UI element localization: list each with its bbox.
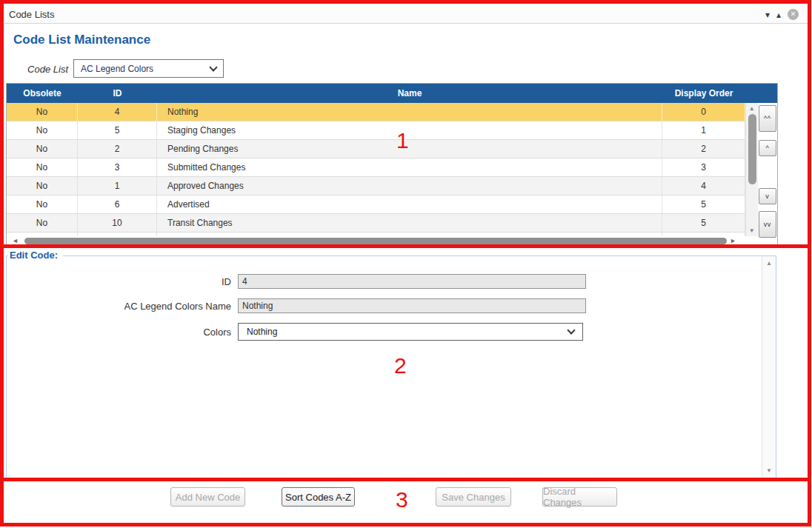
cell-name: Pending Changes — [157, 140, 662, 158]
add-new-code-button[interactable]: Add New Code — [170, 487, 245, 507]
scroll-down-icon[interactable]: ▼ — [762, 467, 776, 474]
colors-selected-value: Nothing — [247, 327, 277, 337]
cell-id: 6 — [78, 196, 157, 213]
sort-codes-button[interactable]: Sort Codes A-Z — [282, 487, 355, 507]
cell-display-order: 0 — [662, 103, 745, 121]
code-list-dropdown[interactable]: AC Legend Colors — [73, 59, 224, 78]
scroll-up-icon[interactable]: ▲ — [762, 260, 776, 267]
cell-name: Submitted Changes — [157, 158, 662, 176]
cell-obsolete: No — [7, 214, 78, 232]
table-row[interactable]: No 1 Approved Changes 4 — [7, 177, 745, 196]
scroll-up-icon[interactable]: ▲ — [746, 105, 758, 112]
table-body: No 4 Nothing 0 No 5 Staging Changes 1 No… — [7, 103, 777, 245]
close-icon[interactable]: ✕ — [788, 9, 799, 20]
cell-obsolete: No — [7, 196, 78, 213]
cell-display-order: 4 — [662, 177, 745, 195]
chevron-down-icon — [209, 63, 217, 71]
vertical-scrollbar-thumb[interactable] — [748, 114, 756, 184]
table-row[interactable]: No 4 Nothing 0 — [7, 103, 745, 121]
column-header-name: Name — [157, 88, 662, 98]
cell-id: 10 — [78, 214, 157, 232]
cell-name: Transit Changes — [157, 214, 662, 232]
table-rows-area: No 4 Nothing 0 No 5 Staging Changes 1 No… — [7, 103, 745, 236]
column-header-obsolete: Obsolete — [7, 88, 78, 98]
discard-changes-button[interactable]: Discard Changes — [542, 487, 617, 507]
move-to-top-button[interactable]: ^^ — [759, 105, 776, 132]
cell-id: 3 — [78, 158, 157, 176]
panel-titlebar: Code Lists ▾ ▴ ✕ — [4, 6, 808, 24]
annotation-box-3 — [0, 478, 811, 527]
table-row[interactable]: No 6 Advertised 5 — [7, 196, 745, 214]
cell-display-order: 3 — [662, 158, 745, 176]
page-title: Code List Maintenance — [13, 33, 150, 47]
id-field[interactable]: 4 — [238, 274, 586, 289]
cell-obsolete: No — [7, 103, 78, 121]
expand-icon[interactable]: ▴ — [776, 10, 781, 19]
cell-id: 2 — [78, 140, 157, 158]
cell-name: Staging Changes — [157, 121, 662, 139]
edit-section-scrollbar[interactable]: ▲ ▼ — [762, 256, 776, 478]
table-header-row: Obsolete ID Name Display Order — [7, 84, 777, 103]
table-row[interactable]: No 2 Pending Changes 2 — [7, 140, 745, 158]
vertical-scrollbar[interactable]: ▲ ▼ — [745, 103, 758, 236]
scroll-left-icon[interactable]: ◄ — [12, 237, 19, 244]
cell-id: 5 — [78, 121, 157, 139]
cell-name: Advertised — [157, 196, 662, 213]
code-list-label: Code List — [0, 64, 68, 75]
table-row[interactable]: No 5 Staging Changes 1 — [7, 121, 745, 140]
cell-id: 4 — [78, 103, 157, 121]
annotation-number-3: 3 — [396, 489, 408, 511]
panel-controls: ▾ ▴ ✕ — [765, 9, 808, 20]
scroll-down-icon[interactable]: ▼ — [746, 227, 758, 234]
move-up-button[interactable]: ^ — [759, 140, 776, 156]
table-grid: No 4 Nothing 0 No 5 Staging Changes 1 No… — [7, 103, 745, 245]
save-changes-button[interactable]: Save Changes — [436, 487, 511, 507]
table-row[interactable]: No 3 Submitted Changes 3 — [7, 158, 745, 177]
cell-obsolete: No — [7, 121, 78, 139]
cell-name: Approved Changes — [157, 177, 662, 195]
column-header-id: ID — [78, 88, 157, 98]
move-to-bottom-button[interactable]: vv — [759, 211, 776, 238]
panel-title: Code Lists — [4, 9, 54, 20]
colors-dropdown[interactable]: Nothing — [238, 323, 583, 341]
cell-display-order: 1 — [662, 121, 745, 139]
chevron-down-icon — [567, 326, 575, 334]
id-field-label: ID — [7, 276, 231, 287]
horizontal-scrollbar-thumb[interactable] — [24, 238, 727, 244]
reorder-button-column: ^^ ^ v vv — [758, 103, 777, 245]
code-list-selected-value: AC Legend Colors — [81, 64, 153, 74]
edit-code-section: Edit Code: ID 4 AC Legend Colors Name No… — [6, 255, 776, 478]
cell-obsolete: No — [7, 140, 78, 158]
cell-obsolete: No — [7, 158, 78, 176]
edit-code-legend: Edit Code: — [8, 250, 63, 261]
move-down-button[interactable]: v — [759, 188, 776, 204]
scroll-right-icon[interactable]: ► — [730, 237, 736, 244]
code-table: Obsolete ID Name Display Order No 4 Noth… — [6, 83, 778, 245]
cell-display-order: 2 — [662, 140, 745, 158]
collapse-icon[interactable]: ▾ — [765, 10, 770, 19]
cell-display-order: 5 — [662, 196, 745, 213]
cell-name: Nothing — [157, 103, 662, 121]
name-field[interactable]: Nothing — [238, 298, 586, 313]
table-row[interactable]: No 10 Transit Changes 5 — [7, 214, 745, 233]
colors-field-label: Colors — [7, 327, 231, 338]
cell-obsolete: No — [7, 177, 78, 195]
cell-display-order: 5 — [662, 214, 745, 232]
horizontal-scrollbar[interactable]: ◄ ► — [7, 236, 745, 245]
column-header-display-order: Display Order — [662, 88, 745, 98]
cell-id: 1 — [78, 177, 157, 195]
name-field-label: AC Legend Colors Name — [7, 301, 231, 312]
